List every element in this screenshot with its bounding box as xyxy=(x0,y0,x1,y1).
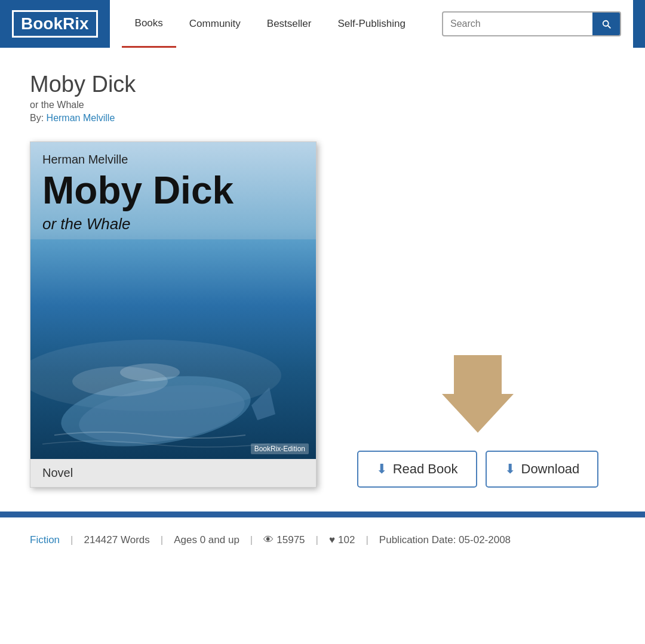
ages: Ages 0 and up xyxy=(174,534,239,546)
sep-4: | xyxy=(316,534,318,546)
read-book-button[interactable]: ⬇ Read Book xyxy=(357,451,477,488)
sep-1: | xyxy=(70,534,73,546)
search-input[interactable] xyxy=(443,14,592,34)
views-count: 15975 xyxy=(277,534,305,546)
svg-marker-6 xyxy=(442,355,514,433)
words-count: 214427 Words xyxy=(84,534,150,546)
author-link[interactable]: Herman Melville xyxy=(47,113,115,123)
genre-link[interactable]: Fiction xyxy=(30,534,60,546)
svg-point-5 xyxy=(120,363,180,381)
download-button[interactable]: ⬇ Download xyxy=(486,451,599,488)
by-label: By: xyxy=(30,113,44,123)
views-icon: 👁 xyxy=(263,534,274,546)
download-label: Download xyxy=(521,461,580,477)
right-panel: ⬇ Read Book ⬇ Download xyxy=(340,141,615,488)
divider xyxy=(0,511,645,517)
publication-date: Publication Date: 05-02-2008 xyxy=(379,534,511,546)
cover-top: Herman Melville Moby Dick or the Whale xyxy=(30,142,316,239)
main-content: Moby Dick or the Whale By: Herman Melvil… xyxy=(0,48,645,575)
cover-author: Herman Melville xyxy=(42,153,304,167)
cover-ocean: BookRix-Edition xyxy=(30,239,316,459)
cover-genre: Novel xyxy=(42,466,304,480)
search-area xyxy=(442,11,621,36)
book-cover: Herman Melville Moby Dick or the Whale xyxy=(30,141,317,488)
likes-count: 102 xyxy=(338,534,355,546)
nav-selfpublishing[interactable]: Self-Publishing xyxy=(324,0,418,48)
whale-illustration xyxy=(30,328,293,459)
read-icon: ⬇ xyxy=(376,461,387,477)
cover-bottom: Novel xyxy=(30,459,316,487)
download-icon: ⬇ xyxy=(505,461,515,477)
search-box xyxy=(442,11,621,36)
content-area: Herman Melville Moby Dick or the Whale xyxy=(30,141,615,488)
download-arrow-icon xyxy=(442,355,514,433)
search-icon xyxy=(601,19,612,29)
cover-title: Moby Dick xyxy=(42,170,304,211)
likes-icon: ♥ xyxy=(329,534,335,546)
action-buttons: ⬇ Read Book ⬇ Download xyxy=(357,451,599,488)
nav-community[interactable]: Community xyxy=(176,0,254,48)
sep-3: | xyxy=(250,534,253,546)
read-label: Read Book xyxy=(393,461,458,477)
book-cover-container: Herman Melville Moby Dick or the Whale xyxy=(30,141,317,488)
sep-5: | xyxy=(366,534,368,546)
cover-subtitle: or the Whale xyxy=(42,215,304,233)
nav: Books Community Bestseller Self-Publishi… xyxy=(110,0,633,48)
book-title: Moby Dick xyxy=(30,72,615,97)
book-subtitle: or the Whale xyxy=(30,100,615,110)
logo[interactable]: BookRix xyxy=(12,10,98,38)
nav-books[interactable]: Books xyxy=(122,0,176,48)
header: BookRix Books Community Bestseller Self-… xyxy=(0,0,645,48)
cover-edition-badge: BookRix-Edition xyxy=(251,443,309,454)
sep-2: | xyxy=(161,534,163,546)
book-author: By: Herman Melville xyxy=(30,113,615,124)
nav-bestseller[interactable]: Bestseller xyxy=(254,0,325,48)
meta-bar: Fiction | 214427 Words | Ages 0 and up |… xyxy=(0,517,645,563)
search-button[interactable] xyxy=(592,13,620,35)
